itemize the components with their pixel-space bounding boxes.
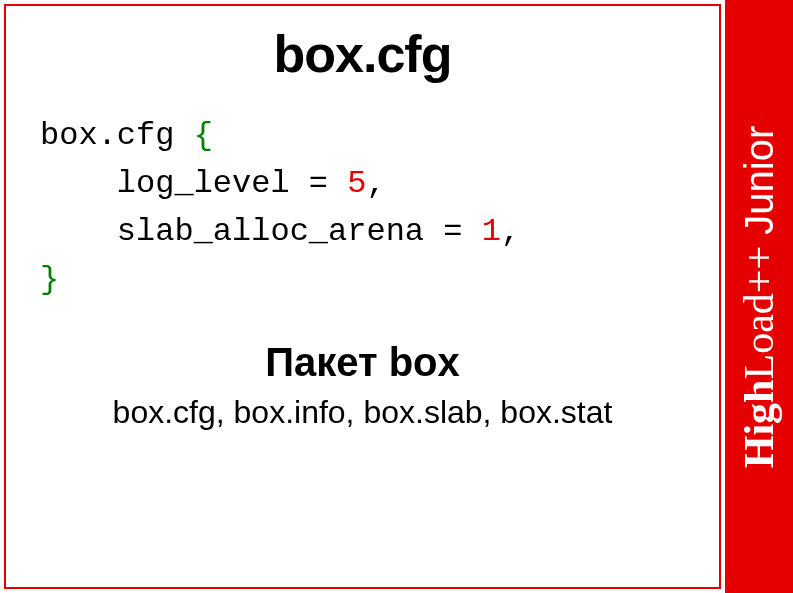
open-brace: { xyxy=(194,117,213,154)
slide-title: box.cfg xyxy=(36,24,689,84)
brand-sidebar: HighLoad++ Junior xyxy=(725,0,793,593)
slide: box.cfg box.cfg { log_level = 5, slab_al… xyxy=(0,0,793,593)
code-number: 1 xyxy=(482,213,501,250)
brand-logo: HighLoad++ Junior xyxy=(735,125,783,467)
code-text: , xyxy=(501,213,520,250)
code-text: box.cfg xyxy=(40,117,194,154)
brand-load: Load++ xyxy=(736,245,782,379)
code-text: log_level = xyxy=(40,165,347,202)
code-block: box.cfg { log_level = 5, slab_alloc_aren… xyxy=(40,112,689,304)
brand-high: High xyxy=(736,379,782,468)
section-body: box.cfg, box.info, box.slab, box.stat xyxy=(36,391,689,434)
code-text: , xyxy=(366,165,385,202)
code-text: slab_alloc_arena = xyxy=(40,213,482,250)
slide-content: box.cfg box.cfg { log_level = 5, slab_al… xyxy=(4,4,721,589)
section-title: Пакет box xyxy=(36,340,689,385)
brand-junior: Junior xyxy=(737,125,781,245)
code-number: 5 xyxy=(347,165,366,202)
close-brace: } xyxy=(40,261,59,298)
